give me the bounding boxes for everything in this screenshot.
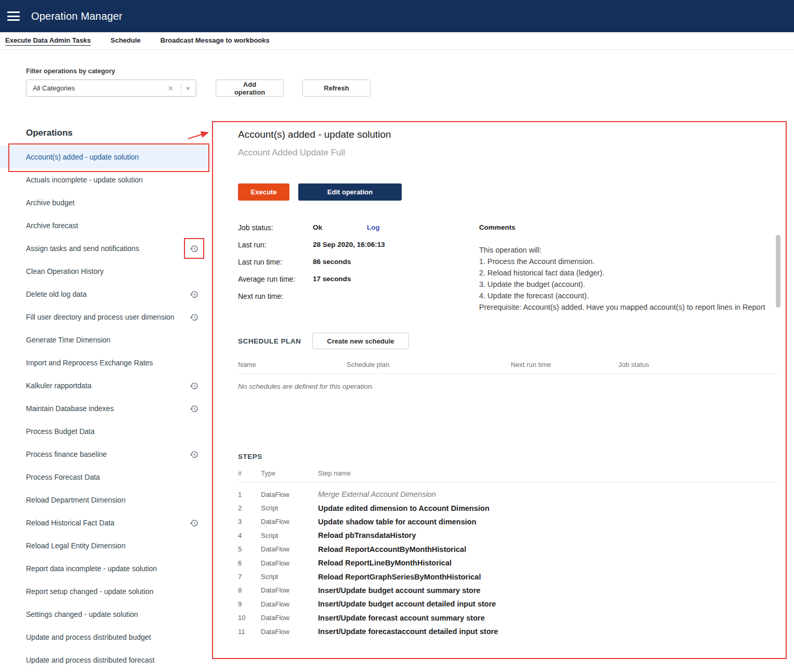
table-row: 5 DataFlow Reload ReportAccountByMonthHi… — [238, 543, 777, 556]
sidebar-item[interactable]: Update and process distributed forecast — [0, 649, 209, 671]
sidebar-item[interactable]: Fill user directory and process user dim… — [0, 306, 209, 328]
step-name: Insert/Update forecast account summary s… — [318, 614, 777, 622]
step-number: 6 — [238, 559, 261, 567]
sidebar-item-label: Process finance baseline — [26, 450, 189, 458]
step-name: Reload ReportLineByMonthHistorical — [318, 559, 777, 567]
table-row: 11 DataFlow Insert/Update forecastaccoun… — [238, 625, 777, 638]
tab-schedule[interactable]: Schedule — [111, 36, 141, 45]
category-select[interactable]: All Categories ✕ ▾ — [26, 80, 196, 97]
history-icon[interactable] — [189, 404, 198, 413]
step-number: 10 — [238, 614, 261, 622]
column-schedule-plan: Schedule plan — [347, 361, 511, 368]
last-run-label: Last run: — [238, 241, 313, 249]
sidebar-item[interactable]: Account(s) added - update solution — [0, 146, 209, 168]
tab-execute-data-admin-tasks[interactable]: Execute Data Admin Tasks — [5, 36, 91, 46]
operation-detail-panel: Account(s) added - update solution Accou… — [212, 121, 787, 659]
step-number: 11 — [238, 628, 261, 636]
add-operation-button[interactable]: Add operation — [216, 80, 284, 97]
sidebar-item[interactable]: Report data incomplete - update solution — [0, 557, 209, 580]
job-status-label: Job status: — [238, 223, 313, 232]
job-status-grid: Job status: Ok Log Last run: 28 Sep 2020… — [238, 223, 462, 313]
sidebar-item-label: Report data incomplete - update solution — [26, 564, 189, 573]
sidebar-item[interactable]: Import and Reprocess Exchange Rates — [0, 351, 209, 374]
step-type: DataFlow — [261, 614, 318, 622]
step-name: Insert/Update budget account detailed in… — [318, 600, 777, 608]
table-row: 3 DataFlow Update shadow table for accou… — [238, 515, 777, 529]
sidebar-item[interactable]: Reload Department Dimension — [0, 489, 209, 511]
schedule-plan-heading: SCHEDULE PLAN — [238, 337, 301, 345]
table-row: 1 DataFlow Merge External Account Dimens… — [238, 487, 777, 501]
tab-broadcast-message[interactable]: Broadcast Message to workbooks — [161, 36, 270, 45]
operations-list: Account(s) added - update solution Actua… — [0, 146, 209, 671]
history-icon[interactable] — [189, 289, 198, 299]
step-number: 9 — [238, 600, 261, 608]
sidebar-item-label: Archive forecast — [26, 221, 189, 230]
sidebar-item[interactable]: Process finance baseline — [0, 443, 209, 466]
operation-subtitle: Account Added Update Full — [238, 147, 777, 159]
step-type: DataFlow — [261, 600, 318, 608]
sidebar-item-label: Assign tasks and send notifications — [26, 244, 189, 253]
sidebar-item[interactable]: Clean Operation History — [0, 260, 209, 283]
sidebar-item[interactable]: Actuals incomplete - update solution — [0, 168, 209, 191]
history-icon[interactable] — [189, 381, 198, 390]
comment-line: 2. Reload historical fact data (ledger). — [479, 267, 777, 279]
sidebar-item-label: Archive budget — [26, 199, 189, 207]
sidebar-item[interactable]: Reload Historical Fact Data — [0, 511, 209, 534]
last-run-time-label: Last run time: — [238, 258, 313, 266]
sidebar-item[interactable]: Process Forecast Data — [0, 466, 209, 489]
last-run-time-value: 86 seconds — [313, 258, 351, 266]
history-icon[interactable] — [189, 518, 198, 528]
job-status-value: Ok — [313, 223, 322, 231]
sidebar-item[interactable]: Assign tasks and send notifications — [0, 237, 209, 260]
clear-icon[interactable]: ✕ — [163, 84, 178, 93]
next-run-time-label: Next run time: — [238, 292, 313, 300]
sidebar-item[interactable]: Reload Legal Entity Dimension — [0, 534, 209, 557]
steps-table-header: # Type Step name — [238, 469, 777, 483]
step-name: Update shadow table for account dimensio… — [318, 518, 777, 526]
column-step-name: Step name — [318, 469, 777, 477]
step-number: 5 — [238, 545, 261, 553]
sidebar-item-label: Maintain Database indexes — [26, 404, 189, 413]
sidebar-item[interactable]: Archive forecast — [0, 214, 209, 237]
create-new-schedule-button[interactable]: Create new schedule — [312, 333, 408, 349]
app-title: Operation Manager — [31, 10, 123, 22]
sidebar-item-label: Settings changed - update solution — [26, 610, 189, 618]
comments-scrollbar[interactable] — [776, 235, 780, 308]
step-type: DataFlow — [261, 586, 318, 594]
refresh-button[interactable]: Refresh — [302, 80, 370, 97]
history-icon[interactable] — [189, 244, 198, 253]
table-row: 10 DataFlow Insert/Update forecast accou… — [238, 611, 777, 625]
sidebar-item[interactable]: Generate Time Dimension — [0, 328, 209, 351]
sidebar-item[interactable]: Kalkuler rapportdata — [0, 374, 209, 397]
select-divider — [181, 83, 181, 94]
chevron-down-icon[interactable]: ▾ — [184, 85, 192, 92]
annotation-arrow — [187, 128, 213, 142]
step-number: 2 — [238, 504, 261, 512]
action-buttons: Execute Edit operation — [238, 183, 777, 201]
steps-heading: STEPS — [238, 453, 262, 460]
table-row: 6 DataFlow Reload ReportLineByMonthHisto… — [238, 556, 777, 570]
column-number: # — [238, 469, 261, 477]
step-type: DataFlow — [261, 628, 318, 636]
history-icon[interactable] — [189, 450, 198, 459]
sidebar-item[interactable]: Update and process distributed budget — [0, 626, 209, 649]
sidebar-item[interactable]: Settings changed - update solution — [0, 603, 209, 626]
sidebar-item[interactable]: Archive budget — [0, 191, 209, 214]
history-icon[interactable] — [189, 312, 198, 322]
sidebar-item[interactable]: Report setup changed - update solution — [0, 580, 209, 603]
hamburger-menu-icon[interactable] — [7, 11, 20, 21]
sidebar-item[interactable]: Delete old log data — [0, 283, 209, 306]
step-name: Reload ReportAccountByMonthHistorical — [318, 545, 777, 554]
comments-section: Comments This operation will:1. Process … — [479, 223, 777, 313]
column-name: Name — [238, 361, 347, 368]
edit-operation-button[interactable]: Edit operation — [298, 183, 402, 201]
log-link[interactable]: Log — [367, 223, 380, 231]
sidebar-item[interactable]: Maintain Database indexes — [0, 397, 209, 420]
step-name: Reload pbTransdataHistory — [318, 531, 777, 539]
operations-heading: Operations — [26, 128, 73, 138]
sidebar-item-label: Update and process distributed forecast — [26, 656, 189, 664]
column-next-run-time: Next run time — [511, 361, 618, 368]
execute-button[interactable]: Execute — [238, 183, 289, 201]
sidebar-item-label: Reload Department Dimension — [26, 496, 189, 504]
sidebar-item[interactable]: Process Budget Data — [0, 420, 209, 443]
